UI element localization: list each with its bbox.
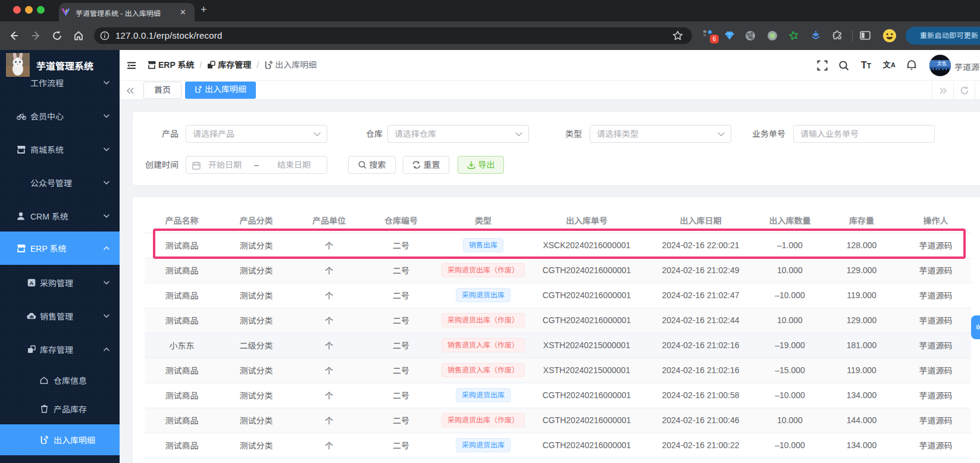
svg-text:A: A	[30, 280, 34, 286]
svg-text:文也: 文也	[937, 61, 947, 66]
